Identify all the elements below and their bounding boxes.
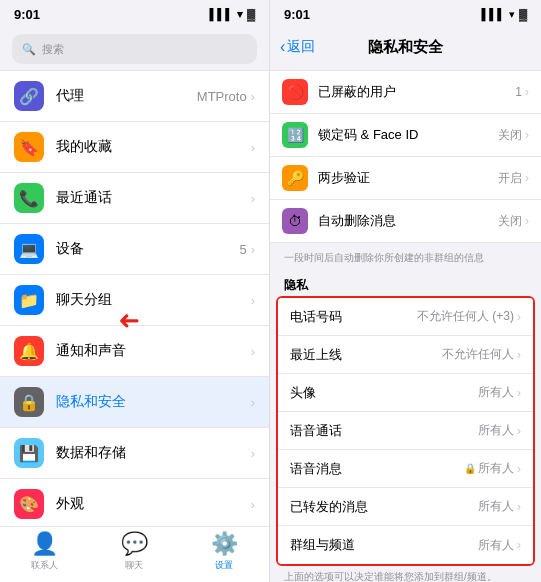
- top-note: 一段时间后自动删除你所创建的非群组的信息: [270, 247, 541, 271]
- proxy-value: MTProto: [197, 89, 247, 104]
- voice-messages-label: 语音消息: [290, 460, 464, 478]
- notifications-chevron: ›: [251, 344, 255, 359]
- blocked-label: 已屏蔽的用户: [318, 83, 515, 101]
- privacy-item-groups-channels[interactable]: 群组与频道 所有人 ›: [278, 526, 533, 564]
- blocked-icon: 🚫: [282, 79, 308, 105]
- menu-item-appearance[interactable]: 🎨 外观 ›: [0, 479, 269, 526]
- left-status-icons: ▌▌▌ ▾ ▓: [210, 8, 255, 21]
- battery-icon: ▓: [247, 8, 255, 20]
- contacts-icon: 👤: [31, 531, 58, 557]
- right-status-icons: ▌▌▌ ▾ ▓: [482, 8, 527, 21]
- blocked-value: 1: [515, 85, 522, 99]
- menu-item-favorites[interactable]: 🔖 我的收藏 ›: [0, 122, 269, 173]
- privacy-section-container: 隐私 电话号码 不允许任何人 (+3) › 最近上线 不允许任何人 › 头像 所…: [270, 271, 541, 566]
- right-nav: ‹ 返回 隐私和安全: [270, 28, 541, 66]
- auto-delete-value: 关闭: [498, 213, 522, 230]
- menu-list: 🔗 代理 MTProto › 🔖 我的收藏 › 📞 最近通话 › 💻 设备 5 …: [0, 70, 269, 526]
- chats-tab-label: 聊天: [125, 559, 143, 572]
- menu-item-privacy[interactable]: 🔒 隐私和安全 ›: [0, 377, 269, 428]
- appearance-label: 外观: [56, 495, 251, 513]
- passcode-value: 关闭: [498, 127, 522, 144]
- appearance-icon: 🎨: [14, 489, 44, 519]
- right-item-passcode[interactable]: 🔢 锁定码 & Face ID 关闭 ›: [270, 114, 541, 157]
- settings-tab-label: 设置: [215, 559, 233, 572]
- privacy-item-voice-calls[interactable]: 语音通话 所有人 ›: [278, 412, 533, 450]
- wifi-icon: ▾: [237, 8, 243, 21]
- right-item-blocked[interactable]: 🚫 已屏蔽的用户 1 ›: [270, 70, 541, 114]
- data-storage-icon: 💾: [14, 438, 44, 468]
- avatar-value: 所有人: [478, 384, 514, 401]
- search-icon: 🔍: [22, 43, 36, 56]
- recent-calls-chevron: ›: [251, 191, 255, 206]
- devices-icon: 💻: [14, 234, 44, 264]
- devices-label: 设备: [56, 240, 239, 258]
- forwarded-label: 已转发的消息: [290, 498, 478, 516]
- voice-calls-value: 所有人: [478, 422, 514, 439]
- groups-channels-label: 群组与频道: [290, 536, 478, 554]
- proxy-icon: 🔗: [14, 81, 44, 111]
- devices-chevron: ›: [251, 242, 255, 257]
- auto-delete-chevron: ›: [525, 214, 529, 228]
- tab-contacts[interactable]: 👤 联系人: [31, 531, 58, 572]
- phone-chevron: ›: [517, 310, 521, 324]
- privacy-item-phone[interactable]: 电话号码 不允许任何人 (+3) ›: [278, 298, 533, 336]
- notifications-icon: 🔔: [14, 336, 44, 366]
- back-button[interactable]: ‹ 返回: [280, 38, 315, 56]
- notifications-label: 通知和声音: [56, 342, 251, 360]
- data-storage-chevron: ›: [251, 446, 255, 461]
- contacts-tab-label: 联系人: [31, 559, 58, 572]
- proxy-label: 代理: [56, 87, 197, 105]
- right-panel: 9:01 ▌▌▌ ▾ ▓ ‹ 返回 隐私和安全 🚫 已屏蔽的用户 1 › 🔢: [270, 0, 541, 582]
- voice-calls-label: 语音通话: [290, 422, 478, 440]
- menu-item-chat-folders[interactable]: 📁 聊天分组 ›: [0, 275, 269, 326]
- last-seen-value: 不允许任何人: [442, 346, 514, 363]
- back-label: 返回: [287, 38, 315, 56]
- favorites-icon: 🔖: [14, 132, 44, 162]
- privacy-icon: 🔒: [14, 387, 44, 417]
- chats-icon: 💬: [121, 531, 148, 557]
- search-placeholder: 搜索: [42, 42, 64, 57]
- privacy-item-last-seen[interactable]: 最近上线 不允许任何人 ›: [278, 336, 533, 374]
- privacy-item-avatar[interactable]: 头像 所有人 ›: [278, 374, 533, 412]
- right-status-bar: 9:01 ▌▌▌ ▾ ▓: [270, 0, 541, 28]
- signal-icon: ▌▌▌: [210, 8, 233, 20]
- search-box[interactable]: 🔍 搜索: [12, 34, 257, 64]
- menu-item-notifications[interactable]: 🔔 通知和声音 ›: [0, 326, 269, 377]
- avatar-chevron: ›: [517, 386, 521, 400]
- right-time: 9:01: [284, 7, 310, 22]
- menu-item-recent-calls[interactable]: 📞 最近通话 ›: [0, 173, 269, 224]
- tab-settings[interactable]: ⚙️ 设置: [211, 531, 238, 572]
- recent-calls-icon: 📞: [14, 183, 44, 213]
- right-item-auto-delete[interactable]: ⏱ 自动删除消息 关闭 ›: [270, 200, 541, 243]
- menu-item-proxy[interactable]: 🔗 代理 MTProto ›: [0, 70, 269, 122]
- privacy-item-voice-messages[interactable]: 语音消息 🔒 所有人 ›: [278, 450, 533, 488]
- tab-chats[interactable]: 💬 聊天: [121, 531, 148, 572]
- blocked-chevron: ›: [525, 85, 529, 99]
- right-item-two-step[interactable]: 🔑 两步验证 开启 ›: [270, 157, 541, 200]
- groups-channels-chevron: ›: [517, 538, 521, 552]
- privacy-box: 电话号码 不允许任何人 (+3) › 最近上线 不允许任何人 › 头像 所有人 …: [276, 296, 535, 566]
- chat-folders-icon: 📁: [14, 285, 44, 315]
- phone-label: 电话号码: [290, 308, 417, 326]
- left-time: 9:01: [14, 7, 40, 22]
- privacy-note: 上面的选项可以决定谁能将您添加到群组/频道。: [270, 566, 541, 582]
- two-step-icon: 🔑: [282, 165, 308, 191]
- menu-item-data-storage[interactable]: 💾 数据和存储 ›: [0, 428, 269, 479]
- auto-delete-icon: ⏱: [282, 208, 308, 234]
- auto-delete-label: 自动删除消息: [318, 212, 498, 230]
- privacy-item-forwarded[interactable]: 已转发的消息 所有人 ›: [278, 488, 533, 526]
- last-seen-chevron: ›: [517, 348, 521, 362]
- voice-messages-lock-icon: 🔒: [464, 463, 476, 474]
- left-tab-bar: 👤 联系人 💬 聊天 ⚙️ 设置: [0, 526, 269, 582]
- devices-value: 5: [239, 242, 246, 257]
- recent-calls-label: 最近通话: [56, 189, 251, 207]
- passcode-chevron: ›: [525, 128, 529, 142]
- menu-item-devices[interactable]: 💻 设备 5 ›: [0, 224, 269, 275]
- appearance-chevron: ›: [251, 497, 255, 512]
- privacy-section-header: 隐私: [270, 271, 541, 296]
- voice-messages-chevron: ›: [517, 462, 521, 476]
- right-content: 🚫 已屏蔽的用户 1 › 🔢 锁定码 & Face ID 关闭 › 🔑 两步验证…: [270, 66, 541, 582]
- left-search-bar: 🔍 搜索: [0, 28, 269, 70]
- left-panel: 9:01 ▌▌▌ ▾ ▓ 🔍 搜索 🔗 代理 MTProto › 🔖 我的收藏 …: [0, 0, 270, 582]
- chat-folders-label: 聊天分组: [56, 291, 251, 309]
